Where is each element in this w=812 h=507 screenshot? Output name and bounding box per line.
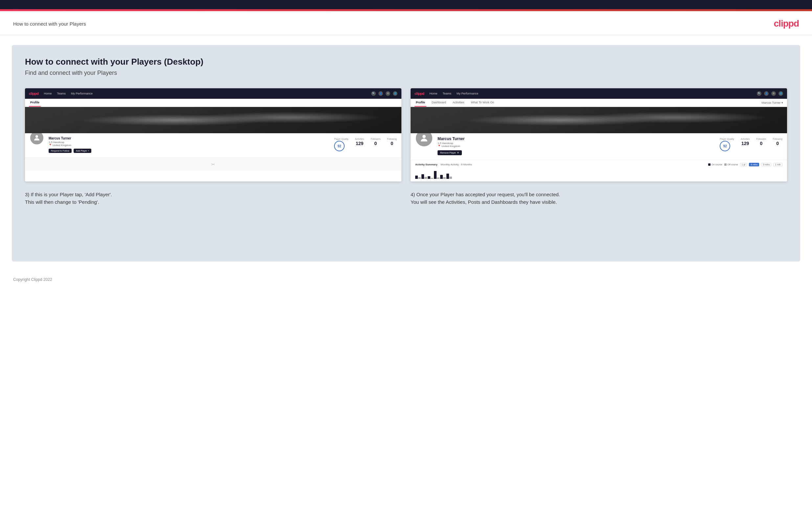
right-navbar: clippd Home Teams My Performance 🔍 👤 ⚙ 🌐: [411, 88, 787, 99]
bar-offcourse-3: [430, 178, 433, 179]
left-stat-activities: Activities 129: [355, 138, 364, 146]
right-tab-player-name[interactable]: Marcus Turner ▾: [761, 101, 783, 104]
bar-group-4: [434, 171, 440, 179]
location-pin-icon: 📍: [49, 144, 52, 147]
left-tabs: Profile: [25, 99, 401, 107]
bar-oncourse-6: [446, 174, 449, 179]
bar-group-3: [428, 176, 433, 179]
on-course-dot: [708, 163, 711, 166]
activity-summary-section: Activity Summary Monthly Activity - 6 Mo…: [411, 160, 787, 181]
bar-group-2: [421, 174, 427, 179]
right-search-icon[interactable]: 🔍: [757, 91, 761, 96]
right-following-value: 0: [773, 141, 782, 146]
left-nav-my-performance[interactable]: My Performance: [71, 92, 93, 95]
left-nav-home[interactable]: Home: [44, 92, 52, 95]
footer: Copyright Clippd 2022: [0, 271, 812, 288]
right-stat-following: Following 0: [773, 138, 782, 146]
right-tab-activities[interactable]: Activities: [451, 99, 466, 107]
bar-offcourse-6: [449, 177, 452, 179]
left-banner-image: [25, 107, 401, 133]
copyright-text: Copyright Clippd 2022: [13, 277, 52, 282]
left-quality-circle: 92: [334, 141, 345, 151]
left-profile-handicap: 1-5 Handicap: [49, 141, 329, 144]
right-profile-info: Marcus Turner 1-5 Handicap 📍 United King…: [411, 133, 787, 160]
left-activities-label: Activities: [355, 138, 364, 140]
activity-period: Monthly Activity - 6 Months: [441, 163, 472, 166]
right-followers-value: 0: [756, 141, 766, 146]
left-profile-actions: Request to Follow Add Player +: [49, 149, 329, 153]
bar-oncourse-4: [434, 171, 437, 179]
right-nav-my-performance[interactable]: My Performance: [457, 92, 478, 95]
left-nav-teams[interactable]: Teams: [57, 92, 66, 95]
svg-point-1: [422, 135, 426, 138]
bar-oncourse-5: [440, 175, 443, 179]
activity-filters: On course Off course 1 yr 6 mths 3 mths …: [708, 163, 782, 166]
add-player-button[interactable]: Add Player +: [73, 149, 91, 153]
screenshot-right: clippd Home Teams My Performance 🔍 👤 ⚙ 🌐…: [411, 88, 787, 181]
right-app-logo: clippd: [414, 92, 424, 96]
bar-group-6: [446, 174, 452, 179]
user-icon[interactable]: 👤: [378, 91, 383, 96]
bar-offcourse-2: [424, 177, 427, 179]
left-screenshot-bottom: ✂: [25, 158, 401, 171]
right-nav-icons: 🔍 👤 ⚙ 🌐: [757, 91, 783, 96]
left-profile-info: Marcus Turner 1-5 Handicap 📍 United King…: [25, 133, 401, 158]
legend-on-course: On course: [708, 163, 722, 166]
bar-group-1: [415, 176, 421, 179]
right-stat-activities: Activities 129: [741, 138, 750, 146]
bar-group-5: [440, 175, 446, 179]
left-following-label: Following: [387, 138, 397, 140]
right-tab-dashboard[interactable]: Dashboard: [430, 99, 447, 107]
right-nav-home[interactable]: Home: [429, 92, 437, 95]
filter-3mths[interactable]: 3 mths: [761, 163, 771, 166]
right-quality-label: Player Quality: [720, 138, 734, 140]
filter-1yr[interactable]: 1 yr: [740, 163, 747, 166]
globe-icon[interactable]: 🌐: [393, 91, 398, 96]
filter-1mth[interactable]: 1 mth: [773, 163, 782, 166]
activity-header: Activity Summary Monthly Activity - 6 Mo…: [415, 163, 782, 166]
right-tab-what-to-work-on[interactable]: What To Work On: [470, 99, 496, 107]
right-settings-icon[interactable]: ⚙: [771, 91, 776, 96]
right-globe-icon[interactable]: 🌐: [778, 91, 783, 96]
left-stat-followers: Followers 0: [370, 138, 380, 146]
left-profile-location: 📍 United Kingdom: [49, 144, 329, 147]
left-followers-label: Followers: [370, 138, 380, 140]
right-avatar-icon: [419, 133, 429, 143]
page-header: How to connect with your Players clippd: [0, 11, 812, 35]
left-quality-label: Player Quality: [334, 138, 349, 140]
bar-oncourse-2: [421, 174, 424, 179]
page-header-title: How to connect with your Players: [13, 21, 86, 26]
search-icon[interactable]: 🔍: [371, 91, 376, 96]
avatar-icon: [33, 134, 41, 142]
filter-6mths[interactable]: 6 mths: [749, 163, 759, 166]
settings-icon[interactable]: ⚙: [386, 91, 390, 96]
left-tab-profile[interactable]: Profile: [29, 99, 41, 107]
right-stats: Player Quality 92 Activities 129 Followe…: [720, 136, 782, 151]
right-followers-label: Followers: [756, 138, 766, 140]
request-to-follow-button[interactable]: Request to Follow: [49, 149, 71, 153]
right-tabs: Profile Dashboard Activities What To Wor…: [411, 99, 787, 107]
bar-offcourse-4: [437, 177, 440, 179]
left-profile-name: Marcus Turner: [49, 136, 329, 140]
screenshots-row: clippd Home Teams My Performance 🔍 👤 ⚙ 🌐…: [25, 88, 787, 181]
right-tab-profile[interactable]: Profile: [414, 99, 426, 107]
clippd-logo: clippd: [774, 18, 799, 29]
remove-player-button[interactable]: Remove Player ✕: [438, 150, 462, 155]
right-activities-value: 129: [741, 141, 750, 146]
right-nav-teams[interactable]: Teams: [443, 92, 451, 95]
left-stat-quality: Player Quality 92: [334, 138, 349, 151]
svg-point-0: [36, 135, 38, 138]
right-profile-actions: Remove Player ✕: [438, 150, 715, 155]
close-icon: ✕: [457, 151, 459, 154]
right-user-icon[interactable]: 👤: [764, 91, 769, 96]
right-description: 4) Once your Player has accepted your re…: [411, 191, 787, 206]
off-course-dot: [724, 163, 726, 166]
right-stat-followers: Followers 0: [756, 138, 766, 146]
left-followers-value: 0: [370, 141, 380, 146]
bar-offcourse-1: [418, 177, 421, 179]
right-location-pin-icon: 📍: [438, 145, 441, 148]
left-profile-banner: [25, 107, 401, 133]
scissors-icon: ✂: [211, 162, 215, 167]
right-stat-quality: Player Quality 92: [720, 138, 734, 151]
top-bar: [0, 0, 812, 9]
